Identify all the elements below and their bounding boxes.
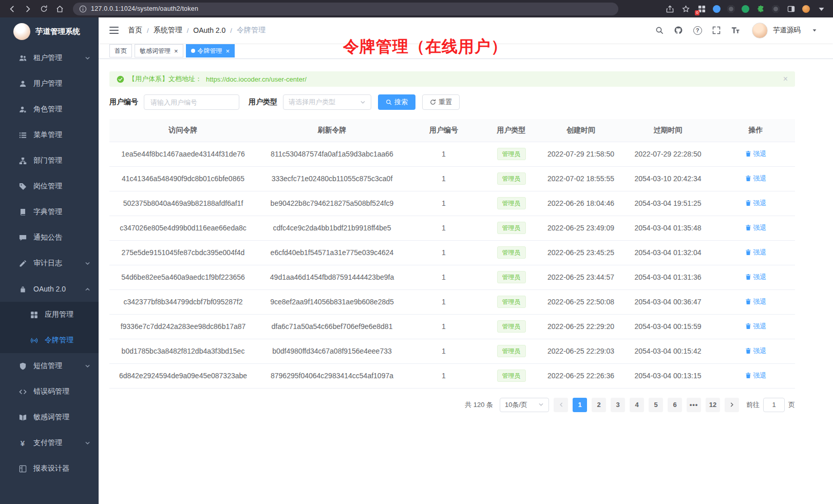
user-menu-caret-icon[interactable] — [809, 25, 820, 35]
extensions-puzzle-icon[interactable] — [756, 4, 765, 13]
annotation-overlay: 令牌管理（在线用户） — [343, 36, 507, 57]
fullscreen-icon[interactable] — [711, 25, 722, 35]
chevron-down-icon — [85, 440, 90, 446]
force-logout-button[interactable]: 强退 — [745, 223, 767, 232]
cell-user-id: 1 — [407, 289, 480, 314]
tab-close-icon[interactable]: × — [226, 48, 230, 54]
force-logout-button[interactable]: 强退 — [745, 174, 767, 183]
sidebar-item[interactable]: 菜单管理 — [0, 122, 99, 148]
pagination-more[interactable]: ••• — [687, 398, 701, 412]
table-row: b0d1785bc3a8482f812db4a3f3bd15ecb0df4980… — [109, 339, 795, 363]
user-name[interactable]: 芋道源码 — [773, 26, 801, 35]
sidebar-item[interactable]: 敏感词管理 — [0, 404, 99, 430]
reset-button-label: 重置 — [439, 98, 452, 107]
force-logout-button[interactable]: 强退 — [745, 149, 767, 159]
breadcrumb-item[interactable]: 首页 — [128, 26, 142, 35]
view-tab[interactable]: 首页 — [109, 44, 132, 57]
app-logo[interactable]: 芋道管理系统 — [0, 17, 99, 45]
sidebar-item[interactable]: ¥支付管理 — [0, 430, 99, 456]
sidebar-item[interactable]: 字典管理 — [0, 199, 99, 225]
search-button[interactable]: 搜索 — [378, 94, 415, 110]
column-header: 用户编号 — [407, 119, 480, 142]
force-logout-button[interactable]: 强退 — [745, 199, 767, 208]
page-size-select[interactable]: 10条/页 — [500, 398, 549, 412]
cell-access-token: 6d842e2924594de9a09e45e087323abe — [109, 363, 257, 388]
pagination-page[interactable]: 3 — [611, 398, 625, 412]
force-logout-button[interactable]: 强退 — [745, 371, 767, 380]
url-bar[interactable]: 127.0.0.1:1024/system/oauth2/token — [73, 3, 618, 15]
sidebar-item[interactable]: 租户管理 — [0, 45, 99, 71]
tab-close-icon[interactable]: × — [174, 48, 178, 54]
cell-access-token: 54d6be82ee5a460a9aedc1f9bf223656 — [109, 265, 257, 289]
extension-dark-icon[interactable] — [727, 5, 735, 13]
table-row: f9336e7c7dd242a283ee98dc86b17a87dfa6c71a… — [109, 314, 795, 339]
force-logout-label: 强退 — [753, 297, 767, 306]
chevron-down-icon — [360, 100, 366, 105]
pagination-page[interactable]: 2 — [592, 398, 606, 412]
browser-menu-caret-icon[interactable] — [817, 4, 826, 13]
pagination-page[interactable]: 12 — [706, 398, 720, 412]
sidebar-item[interactable]: 部门管理 — [0, 148, 99, 173]
site-info-icon[interactable] — [79, 5, 87, 13]
extension-dark2-icon[interactable] — [772, 5, 780, 13]
user-id-input[interactable] — [144, 94, 239, 110]
font-size-icon[interactable] — [730, 25, 741, 35]
force-logout-button[interactable]: 强退 — [745, 248, 767, 257]
sidebar-item[interactable]: 报表设计器 — [0, 456, 99, 481]
sidebar-item[interactable]: 角色管理 — [0, 96, 99, 122]
pagination-next-button[interactable] — [725, 398, 739, 412]
github-icon[interactable] — [673, 25, 684, 35]
pagination-prev-button[interactable] — [554, 398, 568, 412]
force-logout-button[interactable]: 强退 — [745, 322, 767, 331]
browser-profile-avatar[interactable] — [802, 5, 810, 13]
browser-reload-icon[interactable] — [39, 4, 48, 13]
sidebar-item[interactable]: 令牌管理 — [0, 327, 99, 353]
chevron-up-icon — [85, 286, 90, 292]
sidebar-toggle-icon[interactable] — [786, 4, 796, 13]
view-tab[interactable]: 令牌管理× — [186, 44, 235, 57]
breadcrumb-item[interactable]: 系统管理 — [154, 26, 182, 35]
sidebar-item[interactable]: 短信管理 — [0, 353, 99, 379]
force-logout-label: 强退 — [753, 322, 767, 331]
sidebar-item[interactable]: 岗位管理 — [0, 173, 99, 199]
sidebar-item[interactable]: OAuth 2.0 — [0, 276, 99, 302]
browser-home-icon[interactable] — [55, 4, 64, 13]
force-logout-button[interactable]: 强退 — [745, 273, 767, 282]
pagination-page[interactable]: 6 — [668, 398, 682, 412]
bookmark-star-icon[interactable] — [681, 4, 690, 13]
sidebar-item[interactable]: 通知公告 — [0, 225, 99, 250]
user-avatar[interactable] — [752, 23, 768, 38]
force-logout-button[interactable]: 强退 — [745, 297, 767, 306]
sidebar-item[interactable]: 用户管理 — [0, 71, 99, 96]
url-text: 127.0.0.1:1024/system/oauth2/token — [91, 5, 198, 12]
docs-help-icon[interactable]: ? — [692, 25, 703, 35]
extension-green-icon[interactable] — [742, 5, 749, 13]
sidebar-collapse-icon[interactable] — [109, 26, 119, 34]
browser-back-icon[interactable] — [7, 4, 16, 13]
force-logout-label: 强退 — [753, 174, 767, 183]
view-tab[interactable]: 敏感词管理× — [135, 44, 183, 57]
sidebar-item[interactable]: 应用管理 — [0, 302, 99, 327]
alert-close-icon[interactable]: × — [783, 75, 788, 83]
alert-link[interactable]: https://doc.iocoder.cn/user-center/ — [206, 75, 307, 83]
reset-button[interactable]: 重置 — [422, 94, 460, 110]
extension-blue-icon[interactable] — [713, 5, 721, 13]
force-logout-button[interactable]: 强退 — [745, 346, 767, 356]
user-type-select[interactable]: 请选择用户类型 — [283, 94, 371, 110]
pagination-page[interactable]: 5 — [649, 398, 663, 412]
browser-forward-icon[interactable] — [23, 4, 32, 13]
cell-refresh-token: e6cfd40eb1f54571a31e775e039c4624 — [257, 240, 407, 265]
token-table-body: 1ea5e44f8bc1467aaede43144f31de76811c5304… — [109, 142, 795, 388]
tab-groups-icon[interactable]: 0 — [697, 4, 706, 13]
pagination-page[interactable]: 4 — [630, 398, 644, 412]
breadcrumb-item[interactable]: OAuth 2.0 — [193, 26, 225, 34]
dept-icon — [18, 157, 27, 165]
share-icon[interactable] — [665, 4, 674, 13]
sidebar-item[interactable]: 审计日志 — [0, 250, 99, 276]
goto-page-input[interactable] — [763, 398, 785, 412]
sidebar-item[interactable]: 错误码管理 — [0, 379, 99, 404]
search-icon[interactable] — [654, 25, 665, 35]
tab-label: 令牌管理 — [198, 47, 222, 55]
breadcrumb-separator: / — [147, 27, 149, 34]
pagination-page[interactable]: 1 — [573, 398, 587, 412]
